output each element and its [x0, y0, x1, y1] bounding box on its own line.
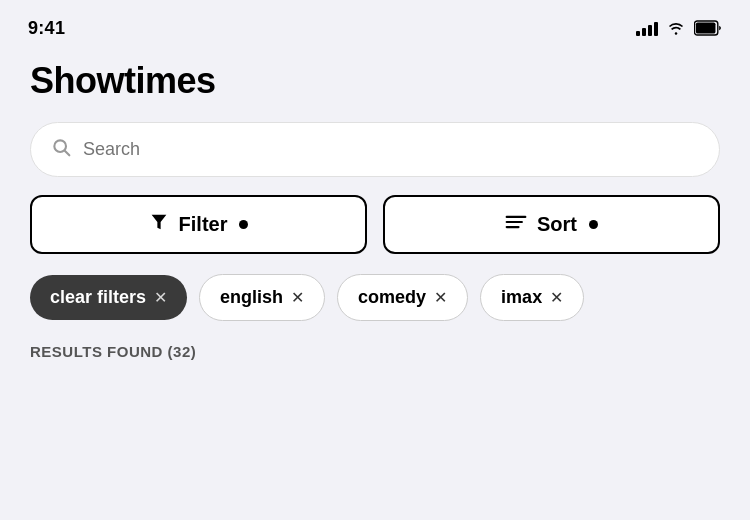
chip-clear-filters[interactable]: clear filters ✕ — [30, 275, 187, 320]
chip-english-x-icon: ✕ — [291, 288, 304, 307]
sort-label: Sort — [537, 213, 577, 236]
filter-button[interactable]: Filter — [30, 195, 367, 254]
button-row: Filter Sort — [30, 195, 720, 254]
chip-english[interactable]: english ✕ — [199, 274, 325, 321]
filter-label: Filter — [179, 213, 228, 236]
svg-line-3 — [65, 151, 70, 156]
chip-imax[interactable]: imax ✕ — [480, 274, 584, 321]
signal-icon — [636, 20, 658, 36]
battery-icon — [694, 20, 722, 36]
page-title: Showtimes — [30, 60, 720, 102]
sort-icon — [505, 213, 527, 236]
svg-rect-1 — [696, 22, 716, 33]
chip-english-label: english — [220, 287, 283, 308]
search-input[interactable] — [83, 139, 699, 160]
search-bar[interactable] — [30, 122, 720, 177]
wifi-icon — [666, 20, 686, 36]
chip-imax-x-icon: ✕ — [550, 288, 563, 307]
chips-row: clear filters ✕ english ✕ comedy ✕ imax … — [30, 274, 720, 321]
status-time: 9:41 — [28, 18, 65, 39]
results-found: RESULTS FOUND (32) — [30, 343, 720, 360]
filter-icon — [149, 213, 169, 236]
status-icons — [636, 20, 722, 36]
chip-comedy-label: comedy — [358, 287, 426, 308]
svg-marker-4 — [151, 215, 166, 230]
status-bar: 9:41 — [0, 0, 750, 50]
chip-clear-label: clear filters — [50, 287, 146, 308]
search-icon — [51, 137, 71, 162]
chip-clear-x-icon: ✕ — [154, 288, 167, 307]
chip-comedy-x-icon: ✕ — [434, 288, 447, 307]
main-content: Showtimes Filter — [0, 50, 750, 360]
chip-comedy[interactable]: comedy ✕ — [337, 274, 468, 321]
sort-button[interactable]: Sort — [383, 195, 720, 254]
chip-imax-label: imax — [501, 287, 542, 308]
sort-active-dot — [589, 220, 598, 229]
filter-active-dot — [239, 220, 248, 229]
